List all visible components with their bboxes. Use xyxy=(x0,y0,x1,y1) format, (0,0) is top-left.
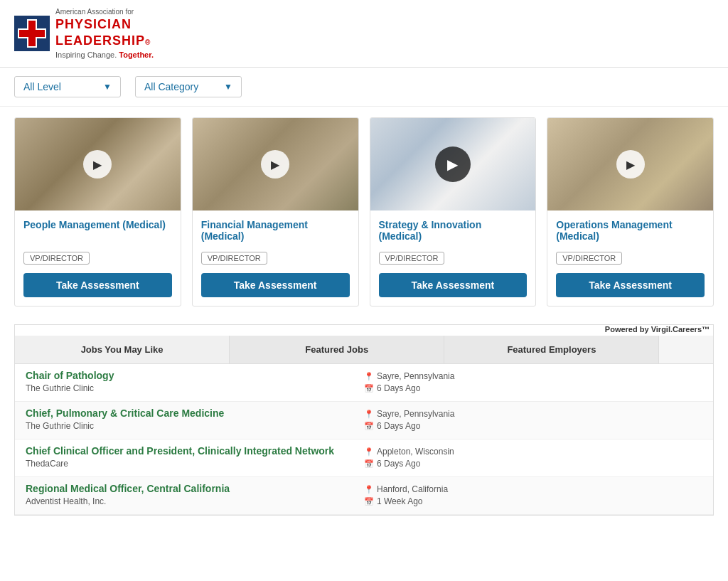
svg-rect-4 xyxy=(19,30,45,37)
job-3-left: Chief Clinical Officer and President, Cl… xyxy=(26,445,364,469)
card-1-assess-button[interactable]: Take Assessment xyxy=(23,273,172,297)
powered-by: Powered by Virgil.Careers™ xyxy=(15,325,713,334)
cal-icon-3 xyxy=(364,459,374,469)
card-1-badge: VP/DIRECTOR xyxy=(23,252,90,265)
card-1-thumbnail[interactable]: ▶ xyxy=(15,118,181,210)
level-filter[interactable]: All Level ▼ xyxy=(14,76,121,97)
card-1-body: People Management (Medical) VP/DIRECTOR … xyxy=(15,210,181,306)
job-1-company: The Guthrie Clinic xyxy=(26,383,364,393)
job-1-location: Sayre, Pennsylvania xyxy=(364,371,702,381)
category-filter-label: All Category xyxy=(144,81,198,92)
powered-by-brand: Virgil.Careers™ xyxy=(651,325,710,334)
cards-section: ▶ People Management (Medical) VP/DIRECTO… xyxy=(0,107,728,317)
play-button-3[interactable]: ▶ xyxy=(435,146,471,182)
card-1-title: People Management (Medical) xyxy=(23,219,172,245)
filters-bar: All Level ▼ All Category ▼ xyxy=(0,68,728,107)
card-2-title: Financial Management (Medical) xyxy=(201,219,350,245)
job-3-company: ThedaCare xyxy=(26,459,364,469)
site-header: American Association for PHYSICIAN LEADE… xyxy=(0,0,728,68)
logo-icon xyxy=(14,16,50,51)
card-financial-management: ▶ Financial Management (Medical) VP/DIRE… xyxy=(192,117,359,307)
tab-featured-employers[interactable]: Featured Employers xyxy=(444,336,659,363)
play-button-1[interactable]: ▶ xyxy=(83,150,112,178)
job-3-right: Appleton, Wisconsin 6 Days Ago xyxy=(364,445,702,471)
category-filter-chevron: ▼ xyxy=(224,82,232,92)
cal-icon-1 xyxy=(364,383,374,393)
card-2-badge: VP/DIRECTOR xyxy=(201,252,267,265)
job-4-company: Adventist Health, Inc. xyxy=(26,496,364,506)
brand-name: PHYSICIAN LEADERSHIP® xyxy=(55,16,154,50)
logo: American Association for PHYSICIAN LEADE… xyxy=(14,7,154,60)
cal-icon-2 xyxy=(364,421,374,431)
card-2-assess-button[interactable]: Take Assessment xyxy=(201,273,350,297)
job-3-date: 6 Days Ago xyxy=(364,459,702,469)
job-row-2: Chief, Pulmonary & Critical Care Medicin… xyxy=(15,402,713,439)
card-3-assess-button[interactable]: Take Assessment xyxy=(379,273,528,297)
job-2-company: The Guthrie Clinic xyxy=(26,421,364,431)
pin-icon-3 xyxy=(364,447,374,457)
pin-icon-1 xyxy=(364,371,374,381)
card-4-thumbnail[interactable]: ▶ xyxy=(547,118,713,210)
job-4-title[interactable]: Regional Medical Officer, Central Califo… xyxy=(26,483,364,494)
job-2-left: Chief, Pulmonary & Critical Care Medicin… xyxy=(26,407,364,431)
org-line1: American Association for xyxy=(55,7,154,16)
job-row-3: Chief Clinical Officer and President, Cl… xyxy=(15,439,713,477)
card-3-title: Strategy & Innovation (Medical) xyxy=(379,219,528,245)
jobs-section: Powered by Virgil.Careers™ Jobs You May … xyxy=(14,324,714,516)
pin-icon-2 xyxy=(364,409,374,419)
job-3-title[interactable]: Chief Clinical Officer and President, Cl… xyxy=(26,445,364,457)
level-filter-label: All Level xyxy=(23,81,61,92)
card-2-body: Financial Management (Medical) VP/DIRECT… xyxy=(193,210,358,306)
card-3-thumbnail[interactable]: ▶ xyxy=(370,118,536,210)
cards-grid: ▶ People Management (Medical) VP/DIRECTO… xyxy=(14,117,714,307)
job-2-location: Sayre, Pennsylvania xyxy=(364,409,702,419)
pin-icon-4 xyxy=(364,484,374,494)
job-4-right: Hanford, California 1 Week Ago xyxy=(364,483,702,508)
job-1-title[interactable]: Chair of Pathology xyxy=(26,370,364,381)
job-2-right: Sayre, Pennsylvania 6 Days Ago xyxy=(364,407,702,433)
category-filter[interactable]: All Category ▼ xyxy=(135,76,242,97)
card-strategy-innovation: ▶ Strategy & Innovation (Medical) VP/DIR… xyxy=(370,117,537,307)
job-4-left: Regional Medical Officer, Central Califo… xyxy=(26,483,364,506)
tab-featured-jobs[interactable]: Featured Jobs xyxy=(230,336,444,363)
card-operations-management: ▶ Operations Management (Medical) VP/DIR… xyxy=(547,117,714,307)
cal-icon-4 xyxy=(364,496,374,506)
card-people-management: ▶ People Management (Medical) VP/DIRECTO… xyxy=(14,117,181,307)
logo-text: American Association for PHYSICIAN LEADE… xyxy=(55,7,154,60)
job-2-title[interactable]: Chief, Pulmonary & Critical Care Medicin… xyxy=(26,407,364,419)
card-4-badge: VP/DIRECTOR xyxy=(556,252,622,265)
job-row-1: Chair of Pathology The Guthrie Clinic Sa… xyxy=(15,364,713,402)
play-button-2[interactable]: ▶ xyxy=(261,150,289,178)
job-2-date: 6 Days Ago xyxy=(364,421,702,431)
card-4-title: Operations Management (Medical) xyxy=(556,219,705,245)
job-4-date: 1 Week Ago xyxy=(364,496,702,506)
jobs-tabs: Jobs You May Like Featured Jobs Featured… xyxy=(15,336,713,364)
job-4-location: Hanford, California xyxy=(364,484,702,494)
card-4-assess-button[interactable]: Take Assessment xyxy=(556,273,705,297)
job-1-date: 6 Days Ago xyxy=(364,383,702,393)
job-1-right: Sayre, Pennsylvania 6 Days Ago xyxy=(364,370,702,395)
card-3-body: Strategy & Innovation (Medical) VP/DIREC… xyxy=(370,210,536,306)
card-4-body: Operations Management (Medical) VP/DIREC… xyxy=(547,210,713,306)
job-row-4: Regional Medical Officer, Central Califo… xyxy=(15,477,713,515)
level-filter-chevron: ▼ xyxy=(103,82,112,92)
job-3-location: Appleton, Wisconsin xyxy=(364,447,702,457)
card-2-thumbnail[interactable]: ▶ xyxy=(193,118,358,210)
job-1-left: Chair of Pathology The Guthrie Clinic xyxy=(26,370,364,393)
play-button-4[interactable]: ▶ xyxy=(616,150,645,178)
card-3-badge: VP/DIRECTOR xyxy=(379,252,445,265)
tab-jobs-you-may-like[interactable]: Jobs You May Like xyxy=(15,336,230,363)
tab-spacer xyxy=(659,336,713,363)
tagline: Inspiring Change. Together. xyxy=(55,50,154,60)
